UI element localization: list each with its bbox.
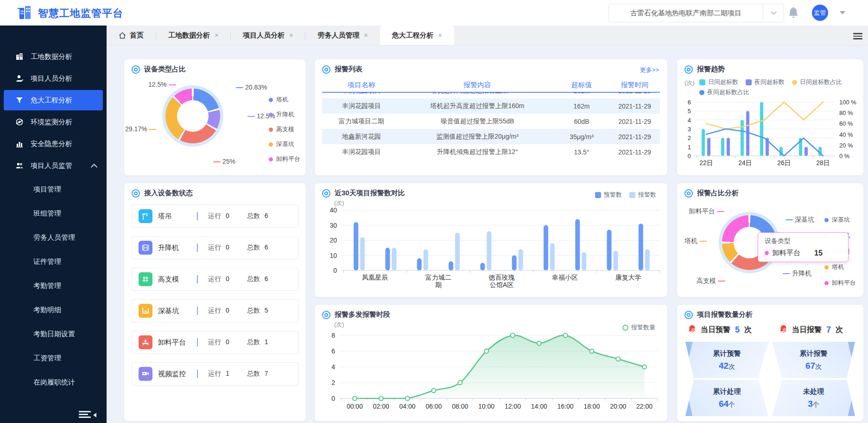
- sidebar-item-5[interactable]: 安全隐患分析: [4, 134, 103, 154]
- table-row: 富力城项目二期噪音值超过报警上限55dB60dB2021-11-29: [322, 114, 660, 129]
- legend-item[interactable]: 高支模: [269, 125, 300, 134]
- svg-text:14:00: 14:00: [531, 403, 547, 410]
- target-icon: [684, 311, 693, 319]
- tab-bar: 首页工地数据分析×项目人员分析×劳务人员管理×危大工程分析×: [107, 26, 868, 45]
- sidebar-subitem-2[interactable]: 班组管理: [0, 201, 107, 225]
- legend-item[interactable]: 卸料平台: [269, 155, 300, 163]
- svg-text:0 %: 0 %: [839, 153, 850, 160]
- card-title: 报警多发报警时段: [322, 310, 390, 319]
- chart-tooltip: 设备类型 卸料平台 15: [758, 232, 849, 262]
- stat-panel-4: 未处理3个: [772, 380, 855, 416]
- sidebar-subitem-4[interactable]: 证件管理: [0, 250, 107, 274]
- tab-list-menu-icon[interactable]: [853, 32, 862, 41]
- sidebar-item-label: 环境监测分析: [31, 118, 72, 127]
- project-selector[interactable]: 古雷石化基地热电联产南部二期项目: [608, 4, 784, 22]
- device-total-count: 总数1: [247, 338, 268, 346]
- legend-item[interactable]: 预警数: [595, 191, 622, 199]
- alarm-trend-chart: 01234560 %20 %40 %60 %80 %100 %22日24日26日…: [677, 99, 863, 174]
- unit-label: (次): [684, 79, 695, 87]
- sidebar-item-3[interactable]: 危大工程分析: [4, 90, 103, 110]
- legend-item[interactable]: 塔机: [269, 96, 300, 104]
- legend-item[interactable]: 报警数: [629, 191, 656, 199]
- sidebar-item-2[interactable]: 项目人员分析: [4, 68, 103, 89]
- close-icon[interactable]: ×: [289, 32, 293, 39]
- more-link[interactable]: 更多>>: [640, 66, 659, 74]
- sidebar-item-1[interactable]: 工地数据分析: [4, 46, 103, 67]
- sidebar-item-6[interactable]: 项目人员监管: [4, 155, 103, 176]
- legend-item[interactable]: 日间超标数: [699, 78, 738, 86]
- chevron-down-icon[interactable]: [763, 11, 784, 15]
- svg-text:幸福小区: 幸福小区: [552, 274, 578, 281]
- alarm-compare-chart: 010203040凤凰星辰富力城二期德百玫瑰公馆A区幸福小区康复大学: [315, 205, 667, 296]
- sidebar-collapse-icon[interactable]: [79, 410, 95, 421]
- target-icon: [322, 311, 330, 319]
- cell: 丰润花园项目: [322, 102, 401, 110]
- device-total-count: 总数6: [247, 275, 268, 283]
- sidebar-subitem-3[interactable]: 劳务人员管理: [0, 225, 107, 250]
- legend-item[interactable]: 日间超标数占比: [792, 78, 842, 86]
- device-row-视频监控: 视频监控运行1总数7: [132, 362, 298, 385]
- device-row-塔吊: 塔吊运行0总数6: [132, 205, 298, 228]
- close-icon[interactable]: ×: [438, 32, 442, 39]
- svg-text:2: 2: [331, 379, 335, 386]
- card-alarm-count: 项目报警数量分析 当日预警5次当日报警7次 累计预警42次累计报警67次累计处理…: [677, 305, 863, 421]
- sidebar-subitem-7[interactable]: 考勤日期设置: [0, 322, 107, 346]
- svg-text:40: 40: [329, 206, 337, 214]
- cell: 60dB: [554, 118, 609, 125]
- legend-item[interactable]: 夜间超标数: [746, 78, 785, 86]
- series-dot: [765, 251, 769, 255]
- alarm-bell-icon: [779, 324, 788, 336]
- person-icon: [15, 74, 24, 83]
- alarm-bell-icon: [687, 324, 697, 336]
- close-icon[interactable]: ×: [215, 32, 218, 39]
- tab-工地数据分析[interactable]: 工地数据分析×: [156, 26, 230, 45]
- tab-危大工程分析[interactable]: 危大工程分析×: [380, 26, 454, 45]
- legend-item[interactable]: 夜间超标数占比: [699, 88, 749, 96]
- card-title: 报警占比分析: [684, 189, 739, 198]
- device-list: 塔吊运行0总数6升降机运行0总数6高支模运行0总数6深基坑运行0总数5卸料平台运…: [132, 205, 298, 394]
- device-run-count: 运行1: [208, 370, 229, 378]
- tab-首页[interactable]: 首页: [107, 26, 156, 45]
- chevron-up-icon[interactable]: [91, 164, 97, 170]
- avatar[interactable]: 监管: [812, 5, 828, 21]
- dashboard: 设备类型占比 20.83%12.5%25%29.17%12.5%塔机升降机高支模…: [107, 45, 868, 423]
- tab-劳务人员管理[interactable]: 劳务人员管理×: [305, 26, 380, 45]
- device-run-count: 运行0: [208, 244, 229, 252]
- sidebar-subitem-9[interactable]: 在岗履职统计: [0, 370, 107, 394]
- legend-item[interactable]: 卸料平台: [824, 279, 856, 287]
- top-header: 智慧工地监管平台 古雷石化基地热电联产南部二期项目 监管: [0, 0, 868, 26]
- svg-text:10:00: 10:00: [478, 403, 494, 410]
- svg-text:18:00: 18:00: [583, 403, 600, 410]
- close-icon[interactable]: ×: [364, 32, 367, 39]
- svg-text:00:00: 00:00: [347, 403, 363, 410]
- legend-item[interactable]: 深基坑: [824, 216, 856, 224]
- target-icon: [684, 65, 693, 74]
- legend-item[interactable]: 升降机: [269, 110, 300, 119]
- cell: 162m: [554, 93, 609, 95]
- device-name: 视频监控: [158, 370, 197, 378]
- svg-text:20: 20: [329, 237, 337, 244]
- pie-label: 25%: [211, 158, 235, 165]
- svg-text:6: 6: [331, 347, 335, 355]
- sidebar-subitem-1[interactable]: 项目管理: [0, 177, 107, 201]
- sidebar-subitem-8[interactable]: 工资管理: [0, 346, 107, 370]
- sidebar-item-4[interactable]: 环境监测分析: [4, 112, 103, 132]
- avatar-chevron-down-icon[interactable]: [840, 11, 845, 14]
- sidebar-subitem-5[interactable]: 考勤管理: [0, 274, 107, 298]
- compare-legend: 预警数报警数: [595, 191, 656, 199]
- legend-item[interactable]: 塔机: [824, 263, 856, 271]
- device-name: 塔吊: [158, 212, 197, 221]
- pie-label: 高支模: [697, 277, 727, 285]
- notification-bell-icon[interactable]: [788, 6, 800, 19]
- donut-halo: [162, 85, 223, 147]
- page-title: 智慧工地监管平台: [38, 6, 123, 20]
- legend-item[interactable]: 深基坑: [269, 140, 300, 148]
- sidebar-subitem-6[interactable]: 考勤明细: [0, 298, 107, 322]
- device-run-count: 运行0: [208, 338, 229, 346]
- svg-text:22:00: 22:00: [636, 403, 653, 410]
- pit-icon: [139, 304, 152, 318]
- logo-building-icon: [17, 4, 33, 23]
- donut-chart[interactable]: [165, 89, 220, 143]
- tab-项目人员分析[interactable]: 项目人员分析×: [231, 26, 305, 45]
- pie-label: 12.5%: [148, 81, 178, 88]
